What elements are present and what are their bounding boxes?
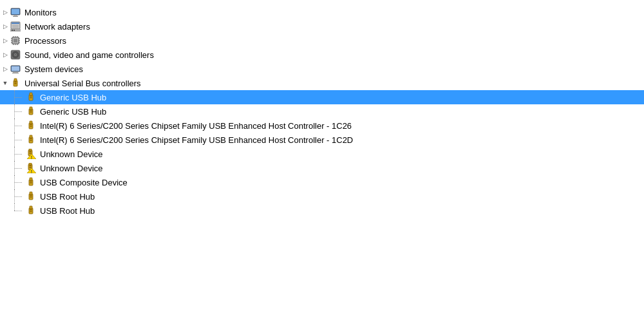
tree-line	[10, 175, 26, 189]
item-label: Sound, video and game controllers	[23, 50, 155, 61]
tree-item-sound[interactable]: ▷ Sound, video and game controllers	[0, 48, 644, 62]
processor-icon	[10, 35, 21, 46]
svg-text:!: !	[31, 169, 32, 174]
tree-line	[10, 204, 26, 218]
usb-warning-icon: !	[26, 149, 36, 159]
item-label: Generic USB Hub	[39, 92, 108, 103]
tree-item-unknown-device-2[interactable]: ! Unknown Device	[0, 161, 644, 175]
tree-item-intel-1c26[interactable]: Intel(R) 6 Series/C200 Series Chipset Fa…	[0, 118, 644, 133]
usb-icon	[10, 78, 21, 88]
svg-rect-48	[30, 111, 32, 113]
svg-rect-52	[31, 124, 32, 126]
svg-rect-45	[30, 107, 32, 109]
tree-line	[10, 189, 26, 204]
item-label: USB Root Hub	[39, 191, 96, 202]
tree-item-usb-composite[interactable]: USB Composite Device	[0, 175, 644, 189]
svg-point-29	[15, 54, 16, 55]
svg-text:!: !	[31, 155, 32, 160]
svg-rect-70	[30, 167, 32, 168]
svg-rect-41	[30, 96, 32, 97]
svg-rect-5	[12, 23, 19, 24]
item-label: Intel(R) 6 Series/C200 Series Chipset Fa…	[39, 135, 354, 146]
svg-rect-69	[30, 166, 32, 167]
usb-warning-icon: !	[26, 163, 36, 173]
svg-point-11	[14, 30, 15, 31]
system-icon	[10, 64, 21, 74]
tree-item-usb-controllers[interactable]: ▼ Universal Serial Bus controllers	[0, 76, 644, 90]
item-label: Network adapters	[23, 21, 91, 32]
tree-item-unknown-device-1[interactable]: ! Unknown Device	[0, 147, 644, 161]
svg-rect-56	[30, 138, 32, 140]
monitor-icon	[10, 7, 21, 17]
expander-icon[interactable]: ▼	[0, 78, 10, 88]
tree-item-processors[interactable]: ▷ Processors	[0, 33, 644, 48]
svg-rect-50	[30, 121, 32, 124]
usb-icon	[26, 135, 36, 145]
item-label: USB Composite Device	[39, 177, 129, 188]
svg-rect-80	[30, 195, 32, 196]
svg-rect-63	[30, 153, 32, 154]
svg-rect-38	[15, 83, 17, 84]
svg-rect-68	[30, 166, 31, 167]
usb-icon	[26, 205, 36, 216]
svg-rect-33	[12, 73, 19, 73]
tree-line	[10, 90, 26, 104]
tree-item-generic-hub-1[interactable]: Generic USB Hub	[0, 90, 644, 104]
expander-icon[interactable]: ▷	[0, 7, 10, 17]
tree-line	[10, 161, 26, 175]
svg-rect-51	[30, 124, 32, 126]
svg-point-10	[12, 30, 13, 31]
svg-rect-42	[31, 96, 32, 97]
tree-item-usb-root-hub-1[interactable]: USB Root Hub	[0, 189, 644, 204]
svg-rect-76	[31, 181, 32, 182]
svg-rect-31	[12, 66, 19, 71]
sound-icon	[10, 50, 21, 60]
svg-rect-36	[15, 82, 16, 83]
item-label: System devices	[23, 64, 84, 75]
svg-rect-57	[31, 138, 32, 140]
svg-rect-74	[30, 178, 32, 180]
tree-item-network-adapters[interactable]: ▷ Network adapters	[0, 19, 644, 33]
expander-icon[interactable]: ▷	[0, 50, 10, 60]
item-label: Processors	[23, 35, 68, 46]
svg-rect-60	[29, 149, 32, 151]
svg-rect-75	[30, 181, 32, 182]
device-manager-tree: ▷ Monitors▷ Network adapters▷ Processors…	[0, 0, 644, 322]
usb-icon	[26, 120, 36, 131]
tree-item-intel-1c2d[interactable]: Intel(R) 6 Series/C200 Series Chipset Fa…	[0, 133, 644, 147]
svg-rect-86	[31, 209, 32, 211]
tree-item-usb-root-hub-2[interactable]: USB Root Hub	[0, 204, 644, 218]
item-label: Unknown Device	[39, 149, 104, 160]
tree-item-generic-hub-2[interactable]: Generic USB Hub	[0, 104, 644, 118]
svg-rect-62	[30, 151, 32, 153]
svg-rect-81	[31, 195, 32, 196]
svg-rect-79	[30, 192, 32, 194]
svg-rect-53	[30, 126, 32, 127]
tree-item-system-devices[interactable]: ▷ System devices	[0, 62, 644, 76]
tree-line	[10, 118, 26, 133]
usb-icon	[26, 92, 36, 102]
item-label: Intel(R) 6 Series/C200 Series Chipset Fa…	[39, 120, 353, 131]
usb-icon	[26, 177, 36, 187]
usb-icon	[26, 191, 36, 202]
expander-icon[interactable]: ▷	[0, 35, 10, 46]
tree-line	[10, 147, 26, 161]
expander-icon[interactable]: ▷	[0, 21, 10, 32]
item-label: Universal Serial Bus controllers	[23, 78, 142, 89]
tree-line	[10, 133, 26, 147]
expander-icon[interactable]: ▷	[0, 64, 10, 74]
usb-icon	[26, 106, 36, 117]
tree-item-monitors[interactable]: ▷ Monitors	[0, 5, 644, 19]
svg-rect-87	[30, 211, 32, 212]
tree-line	[10, 104, 26, 118]
svg-rect-58	[30, 140, 32, 141]
item-label: Monitors	[23, 7, 58, 18]
svg-rect-43	[30, 97, 32, 99]
svg-rect-67	[29, 163, 32, 165]
svg-rect-47	[31, 110, 32, 111]
svg-rect-61	[30, 151, 31, 153]
svg-rect-35	[14, 79, 17, 81]
svg-rect-46	[30, 110, 32, 111]
svg-rect-3	[13, 16, 18, 17]
svg-rect-37	[15, 82, 17, 83]
